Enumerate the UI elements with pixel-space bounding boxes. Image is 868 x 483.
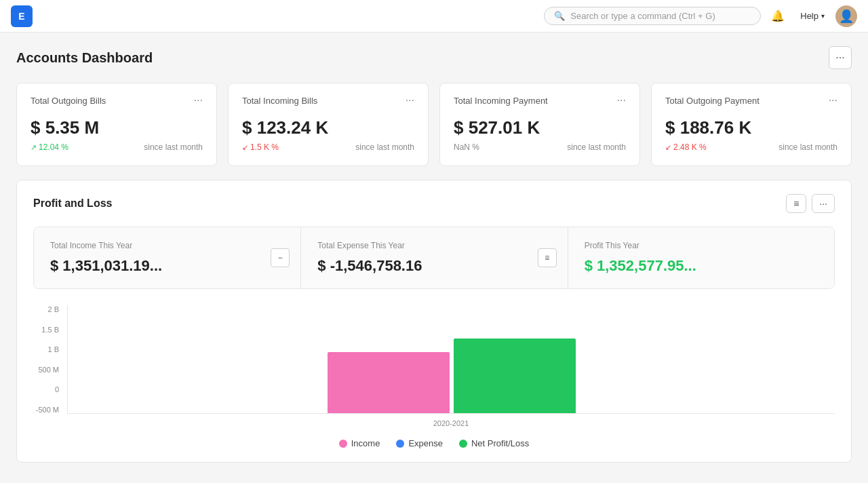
card-menu-button[interactable]: ···: [617, 94, 626, 107]
top-navigation: E 🔍 Search or type a command (Ctrl + G) …: [0, 0, 868, 33]
avatar[interactable]: 👤: [835, 5, 857, 27]
chart-legend: Income Expense Net Profit/Loss: [33, 438, 835, 448]
income-action-button[interactable]: −: [271, 248, 290, 267]
legend-profit-dot: [459, 440, 467, 448]
summary-profit: Profit This Year $ 1,352,577.95...: [568, 227, 834, 288]
chart-x-labels: 2020-2021: [33, 419, 835, 427]
chart-bars-area: [67, 305, 835, 414]
profit-bar: [454, 339, 576, 413]
summary-income: Total Income This Year $ 1,351,031.19...…: [34, 227, 300, 288]
card-title: Total Incoming Payment: [454, 96, 548, 106]
summary-label: Profit This Year: [585, 241, 639, 250]
card-badge: ↗ 12.04 %: [31, 142, 68, 152]
chart-bars: [67, 305, 835, 414]
page-more-button[interactable]: ···: [829, 46, 852, 69]
legend-expense: Expense: [396, 438, 443, 448]
card-amount: $ 5.35 M: [31, 117, 203, 138]
search-placeholder: Search or type a command (Ctrl + G): [570, 11, 715, 21]
card-header: Total Outgoing Bills ···: [31, 94, 203, 107]
card-amount: $ 188.76 K: [665, 117, 837, 138]
y-label: 1 B: [33, 345, 59, 353]
badge-arrow-icon: ↙: [242, 143, 248, 152]
card-title: Total Incoming Bills: [242, 96, 317, 106]
card-header: Total Incoming Bills ···: [242, 94, 414, 107]
expense-action-button[interactable]: ≡: [538, 248, 557, 267]
x-label: 2020-2021: [433, 419, 469, 427]
y-label: -500 M: [33, 406, 59, 414]
page-header: Accounts Dashboard ···: [16, 46, 852, 69]
section-actions: ≡ ···: [786, 194, 835, 213]
summary-label: Total Income This Year: [50, 241, 132, 250]
card-footer: ↙ 2.48 K % since last month: [665, 142, 837, 152]
chart-area: 2 B 1.5 B 1 B 500 M 0 -500 M: [33, 305, 835, 448]
summary-value: $ -1,546,758.16: [317, 257, 422, 275]
chart-y-axis: 2 B 1.5 B 1 B 500 M 0 -500 M: [33, 305, 67, 414]
filter-button[interactable]: ≡: [786, 194, 806, 213]
badge-value: NaN %: [454, 142, 479, 152]
card-title: Total Outgoing Bills: [31, 96, 106, 106]
y-label: 500 M: [33, 366, 59, 374]
badge-arrow-icon: ↗: [31, 143, 37, 152]
card-badge: ↙ 2.48 K %: [665, 142, 707, 152]
nav-right: 🔍 Search or type a command (Ctrl + G) 🔔 …: [544, 5, 857, 28]
help-button[interactable]: Help ▾: [795, 8, 830, 24]
badge-value: 12.04 %: [39, 142, 68, 152]
app-icon[interactable]: E: [11, 5, 33, 27]
more-icon: ···: [819, 198, 827, 209]
card-since: since last month: [355, 142, 414, 152]
chevron-down-icon: ▾: [821, 12, 825, 20]
legend-expense-label: Expense: [408, 438, 443, 448]
card-footer: ↗ 12.04 % since last month: [31, 142, 203, 152]
y-label: 2 B: [33, 305, 59, 313]
page-content: Accounts Dashboard ··· Total Outgoing Bi…: [0, 33, 868, 476]
card-since: since last month: [144, 142, 203, 152]
y-label: 1.5 B: [33, 326, 59, 334]
income-bar: [328, 352, 450, 413]
legend-income-label: Income: [351, 438, 380, 448]
card-incoming-bills: Total Incoming Bills ··· $ 123.24 K ↙ 1.…: [228, 83, 429, 166]
legend-income: Income: [339, 438, 380, 448]
card-header: Total Outgoing Payment ···: [665, 94, 837, 107]
card-menu-button[interactable]: ···: [406, 94, 414, 107]
section-more-button[interactable]: ···: [812, 194, 835, 213]
summary-value: $ 1,351,031.19...: [50, 257, 162, 275]
card-badge: NaN %: [454, 142, 479, 152]
section-header: Profit and Loss ≡ ···: [33, 194, 835, 213]
card-footer: ↙ 1.5 K % since last month: [242, 142, 414, 152]
card-badge: ↙ 1.5 K %: [242, 142, 279, 152]
avatar-placeholder: 👤: [839, 9, 854, 24]
stat-cards-row: Total Outgoing Bills ··· $ 5.35 M ↗ 12.0…: [16, 83, 852, 166]
notification-bell-button[interactable]: 🔔: [766, 5, 789, 28]
badge-value: 1.5 K %: [250, 142, 279, 152]
badge-arrow-icon: ↙: [665, 143, 671, 152]
card-outgoing-bills: Total Outgoing Bills ··· $ 5.35 M ↗ 12.0…: [16, 83, 217, 166]
legend-profit-label: Net Profit/Loss: [471, 438, 529, 448]
summary-label: Total Expense This Year: [317, 241, 405, 250]
legend-profit: Net Profit/Loss: [459, 438, 529, 448]
card-amount: $ 527.01 K: [454, 117, 626, 138]
legend-expense-dot: [396, 440, 404, 448]
help-label: Help: [800, 11, 818, 21]
summary-row: Total Income This Year $ 1,351,031.19...…: [33, 227, 835, 289]
search-icon: 🔍: [554, 11, 565, 21]
summary-value: $ 1,352,577.95...: [585, 257, 696, 275]
search-bar[interactable]: 🔍 Search or type a command (Ctrl + G): [544, 7, 761, 25]
card-title: Total Outgoing Payment: [665, 96, 760, 106]
y-label: 0: [33, 385, 59, 393]
card-menu-button[interactable]: ···: [194, 94, 203, 107]
summary-expense: Total Expense This Year $ -1,546,758.16 …: [300, 227, 567, 288]
bar-group-2020-2021: [328, 339, 576, 413]
badge-value: 2.48 K %: [673, 142, 707, 152]
card-outgoing-payment: Total Outgoing Payment ··· $ 188.76 K ↙ …: [651, 83, 852, 166]
card-amount: $ 123.24 K: [242, 117, 414, 138]
card-menu-button[interactable]: ···: [829, 94, 837, 107]
card-since: since last month: [567, 142, 626, 152]
card-since: since last month: [778, 142, 837, 152]
chart-with-yaxis: 2 B 1.5 B 1 B 500 M 0 -500 M: [33, 305, 835, 414]
nav-left: E: [11, 5, 33, 27]
legend-income-dot: [339, 440, 347, 448]
card-incoming-payment: Total Incoming Payment ··· $ 527.01 K Na…: [439, 83, 640, 166]
filter-icon: ≡: [793, 198, 799, 209]
card-header: Total Incoming Payment ···: [454, 94, 626, 107]
page-title: Accounts Dashboard: [16, 50, 153, 66]
